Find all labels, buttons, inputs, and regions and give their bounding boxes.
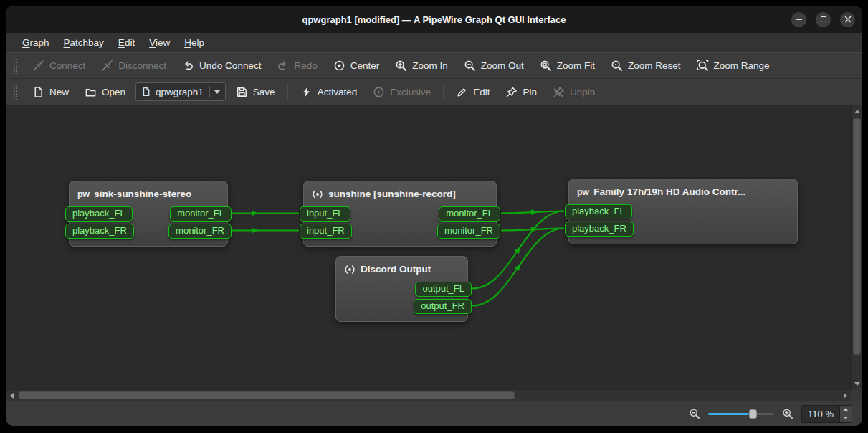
vertical-scroll-thumb[interactable] bbox=[853, 118, 861, 355]
toolbar-drag-handle[interactable] bbox=[13, 84, 18, 100]
wire-arrow bbox=[531, 209, 538, 215]
zoom-in-label: Zoom In bbox=[412, 60, 448, 71]
patchbay-combo-value: qpwgraph1 bbox=[156, 87, 204, 97]
zoom-out-icon[interactable] bbox=[689, 408, 700, 419]
scroll-up-button[interactable] bbox=[852, 105, 862, 117]
node-title: sink-sunshine-stereo bbox=[94, 189, 191, 199]
horizontal-scrollbar[interactable] bbox=[6, 389, 851, 401]
vertical-scrollbar[interactable] bbox=[851, 105, 862, 389]
menu-patchbay[interactable]: Patchbay bbox=[57, 35, 110, 50]
scroll-left-button[interactable] bbox=[6, 390, 17, 401]
scrollbar-corner bbox=[851, 389, 862, 401]
close-button[interactable] bbox=[840, 12, 855, 27]
scroll-right-button[interactable] bbox=[839, 390, 851, 401]
node-family-audio[interactable]: pw Family 17h/19h HD Audio Contr... play… bbox=[568, 179, 798, 244]
zoom-fit-button[interactable]: Zoom Fit bbox=[534, 56, 601, 75]
save-label: Save bbox=[253, 87, 275, 97]
pin-label: Pin bbox=[523, 87, 537, 97]
pin-button[interactable]: Pin bbox=[500, 82, 543, 102]
maximize-button[interactable] bbox=[816, 12, 831, 27]
arrow-down-icon bbox=[844, 417, 848, 419]
unpin-icon bbox=[553, 86, 565, 98]
menu-graph[interactable]: Graph bbox=[16, 35, 56, 50]
redo-icon bbox=[277, 60, 289, 72]
zoom-in-button[interactable]: Zoom In bbox=[389, 56, 454, 75]
minimize-button[interactable] bbox=[791, 12, 806, 27]
save-button[interactable]: Save bbox=[230, 82, 281, 102]
spin-up-button[interactable] bbox=[840, 406, 852, 414]
zoom-fit-label: Zoom Fit bbox=[557, 60, 595, 71]
spin-down-button[interactable] bbox=[840, 414, 852, 422]
new-label: New bbox=[49, 87, 69, 97]
main-toolbar: Connect Disconnect Undo Connect Redo Cen bbox=[6, 52, 862, 79]
zoom-out-button[interactable]: Zoom Out bbox=[458, 56, 530, 75]
unpin-label: Unpin bbox=[570, 87, 595, 97]
port-playback-fr[interactable]: playback_FR bbox=[565, 222, 634, 237]
redo-button[interactable]: Redo bbox=[271, 56, 323, 75]
port-playback-fl[interactable]: playback_FL bbox=[65, 206, 133, 222]
port-output-fr[interactable]: output_FR bbox=[414, 299, 472, 314]
disconnect-button[interactable]: Disconnect bbox=[95, 56, 172, 75]
port-monitor-fl[interactable]: monitor_FL bbox=[439, 206, 500, 222]
edit-pencil-icon bbox=[456, 86, 468, 98]
file-toolbar: New Open qpwgraph1 Save bbox=[6, 79, 862, 105]
disconnect-icon bbox=[101, 60, 113, 72]
undo-connect-label: Undo Connect bbox=[199, 60, 261, 71]
toolbar-separator bbox=[443, 84, 444, 100]
node-sunshine[interactable]: sunshine [sunshine-record] input_FL moni… bbox=[303, 181, 497, 247]
unpin-button[interactable]: Unpin bbox=[547, 82, 601, 102]
activated-button[interactable]: Activated bbox=[295, 82, 363, 102]
arrow-up-icon bbox=[844, 408, 848, 411]
port-input-fl[interactable]: input_FL bbox=[300, 206, 350, 222]
patchbay-combo[interactable]: qpwgraph1 bbox=[135, 82, 226, 101]
node-title: sunshine [sunshine-record] bbox=[328, 189, 456, 199]
exclusive-label: Exclusive bbox=[390, 87, 431, 97]
horizontal-scroll-thumb[interactable] bbox=[19, 391, 515, 399]
port-monitor-fr[interactable]: monitor_FR bbox=[437, 224, 500, 239]
port-playback-fl[interactable]: playback_FL bbox=[565, 204, 632, 219]
connect-button[interactable]: Connect bbox=[27, 56, 91, 75]
center-label: Center bbox=[350, 60, 380, 71]
titlebar[interactable]: qpwgraph1 [modified] — A PipeWire Graph … bbox=[6, 6, 862, 33]
graph-canvas[interactable]: pw sink-sunshine-stereo playback_FL moni… bbox=[6, 105, 851, 389]
scroll-down-button[interactable] bbox=[852, 378, 862, 389]
port-playback-fr[interactable]: playback_FR bbox=[65, 224, 134, 239]
menu-edit[interactable]: Edit bbox=[112, 35, 141, 50]
arrow-down-icon bbox=[854, 382, 860, 386]
save-icon bbox=[236, 86, 248, 98]
node-sink-sunshine-stereo[interactable]: pw sink-sunshine-stereo playback_FL moni… bbox=[69, 181, 228, 247]
record-icon bbox=[344, 264, 356, 275]
exclusive-icon bbox=[373, 86, 385, 98]
close-icon bbox=[844, 16, 852, 23]
zoom-in-icon[interactable] bbox=[782, 408, 793, 419]
connection-wire bbox=[501, 229, 564, 231]
exclusive-button[interactable]: Exclusive bbox=[367, 82, 437, 102]
new-button[interactable]: New bbox=[27, 82, 75, 102]
edit-button[interactable]: Edit bbox=[450, 82, 495, 102]
slider-handle[interactable] bbox=[749, 409, 757, 419]
zoom-range-button[interactable]: Zoom Range bbox=[691, 56, 776, 75]
center-button[interactable]: Center bbox=[328, 56, 386, 75]
port-output-fl[interactable]: output_FL bbox=[415, 282, 472, 297]
zoom-reset-button[interactable]: Zoom Reset bbox=[605, 56, 687, 75]
zoom-range-label: Zoom Range bbox=[714, 60, 770, 71]
menu-view[interactable]: View bbox=[143, 35, 176, 50]
port-monitor-fr[interactable]: monitor_FR bbox=[168, 224, 232, 239]
minimize-icon bbox=[796, 19, 802, 20]
open-button[interactable]: Open bbox=[79, 82, 131, 102]
pin-icon bbox=[505, 86, 518, 98]
connect-icon bbox=[32, 60, 44, 72]
port-input-fr[interactable]: input_FR bbox=[300, 224, 352, 239]
chevron-down-icon bbox=[214, 90, 220, 94]
zoom-spinbox[interactable]: 110 % bbox=[801, 405, 852, 423]
zoom-fit-icon bbox=[540, 60, 552, 72]
spin-buttons bbox=[839, 406, 852, 422]
undo-connect-button[interactable]: Undo Connect bbox=[176, 56, 267, 75]
arrow-right-icon bbox=[844, 393, 847, 399]
menu-help[interactable]: Help bbox=[178, 35, 211, 50]
zoom-slider[interactable] bbox=[708, 407, 774, 420]
toolbar-drag-handle[interactable] bbox=[13, 58, 18, 74]
node-title: Family 17h/19h HD Audio Contr... bbox=[593, 186, 745, 197]
node-discord-output[interactable]: Discord Output output_FL output_FR bbox=[335, 256, 468, 322]
port-monitor-fl[interactable]: monitor_FL bbox=[170, 206, 232, 222]
